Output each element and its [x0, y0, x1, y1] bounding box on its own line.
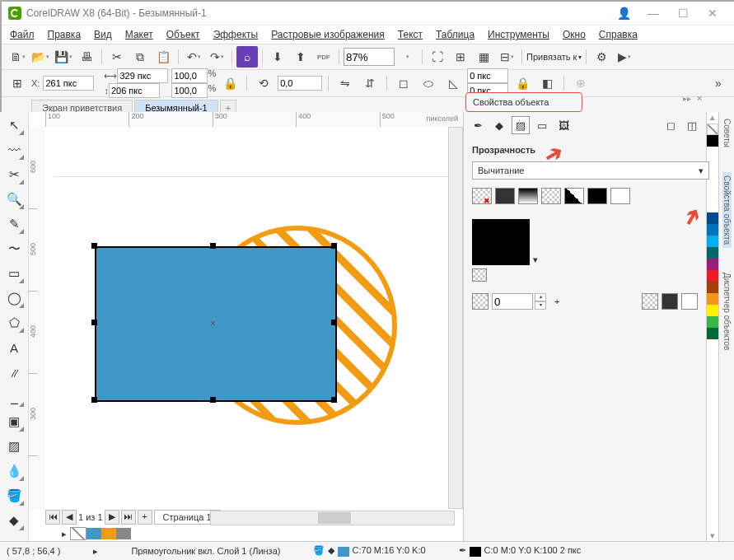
frame-tab[interactable]: ▭ — [533, 116, 551, 134]
page-next[interactable]: ▶ — [105, 510, 119, 525]
page-last[interactable]: ⏭ — [121, 510, 136, 525]
ellipse-tool[interactable]: ◯ — [4, 288, 24, 308]
snap-label[interactable]: Привязать к — [526, 52, 577, 62]
handle[interactable] — [331, 243, 337, 249]
docker-hints[interactable]: Советы — [722, 119, 732, 147]
merge-mode-select[interactable]: Вычитание▾ — [472, 161, 709, 180]
corner3-button[interactable]: ◺ — [442, 72, 464, 94]
trans-none[interactable]: ✖ — [472, 188, 492, 204]
trans-twocolor[interactable] — [587, 188, 607, 204]
origin-icon[interactable]: ⊞ — [7, 72, 28, 94]
color-swatch[interactable] — [707, 305, 718, 316]
scroll-mode[interactable]: ◫ — [683, 116, 701, 134]
freehand-tool[interactable]: ✎ — [4, 214, 24, 234]
trans-texture[interactable] — [610, 188, 630, 204]
cut-button[interactable]: ✂ — [106, 46, 128, 68]
docker-obj-manager[interactable]: Диспетчер объектов — [722, 273, 732, 350]
sx-input[interactable] — [171, 68, 208, 83]
zoom-tool[interactable]: 🔍 — [4, 189, 24, 209]
text-tool[interactable]: A — [4, 338, 24, 357]
x-input[interactable] — [43, 76, 94, 91]
options-button[interactable]: ⚙ — [591, 46, 612, 68]
fill-indicator[interactable]: 🪣 ◆C:70 M:16 Y:0 K:0 — [313, 545, 425, 556]
page-prev[interactable]: ◀ — [62, 510, 77, 525]
minimize-button[interactable]: — — [638, 5, 668, 21]
close-button[interactable]: ✕ — [698, 5, 727, 21]
trans-fountain[interactable] — [518, 188, 538, 204]
color-swatch[interactable] — [707, 316, 718, 328]
menu-effects[interactable]: Эффекты — [213, 29, 259, 40]
apply-fill[interactable] — [642, 293, 658, 310]
corner-a[interactable] — [467, 68, 508, 83]
palette-color[interactable] — [101, 528, 116, 539]
rulers-button[interactable]: ⊞ — [450, 46, 471, 68]
apply-outline[interactable] — [662, 293, 678, 310]
menu-bitmaps[interactable]: Растровые изображения — [271, 29, 385, 40]
docker-pin[interactable]: ▸▸ — [683, 94, 691, 103]
connector-tool[interactable]: ⎯ — [4, 387, 24, 407]
menu-edit[interactable]: Правка — [48, 29, 82, 40]
redo-button[interactable]: ↷▾ — [206, 46, 227, 68]
corner1-button[interactable]: ◻ — [393, 72, 414, 94]
rectangle-tool[interactable]: ▭ — [4, 264, 24, 283]
more-button[interactable]: » — [708, 72, 729, 94]
scrollbar-horizontal[interactable] — [210, 511, 455, 525]
no-color[interactable] — [707, 124, 718, 135]
palette-color[interactable] — [116, 528, 131, 539]
outline-tool[interactable]: ◆ — [4, 511, 24, 530]
color-swatch[interactable] — [707, 224, 718, 236]
shape-tool[interactable]: 〰 — [4, 140, 24, 160]
import-button[interactable]: ⬇ — [267, 46, 288, 68]
menu-object[interactable]: Объект — [166, 29, 200, 40]
maximize-button[interactable]: ☐ — [668, 5, 698, 21]
color-swatch[interactable] — [707, 236, 718, 247]
transparency-tab[interactable]: ▨ — [512, 116, 530, 134]
handle[interactable] — [91, 397, 97, 403]
fill-tab[interactable]: ◆ — [490, 116, 508, 134]
transparency-tool[interactable]: ▨ — [4, 436, 24, 456]
launch-button[interactable]: ▶▾ — [614, 46, 635, 68]
menu-file[interactable]: Файл — [10, 29, 35, 40]
palette-color[interactable] — [86, 528, 101, 539]
color-swatch[interactable] — [707, 328, 718, 339]
wrap-button[interactable]: ⊕ — [570, 72, 591, 94]
page-add[interactable]: + — [138, 510, 152, 525]
fill-tool[interactable]: 🪣 — [4, 486, 24, 506]
w-input[interactable] — [117, 68, 168, 83]
user-icon[interactable]: 👤 — [609, 5, 638, 21]
outline-tab[interactable]: ✒ — [469, 116, 487, 134]
new-button[interactable]: 🗎▾ — [7, 46, 28, 68]
picker-icon[interactable] — [472, 268, 487, 282]
color-swatch[interactable] — [707, 212, 718, 224]
palette-up[interactable]: ▴ — [707, 112, 718, 124]
search-button[interactable]: ⌕ — [236, 46, 258, 68]
menu-layout[interactable]: Макет — [125, 29, 153, 40]
polygon-tool[interactable]: ⬠ — [4, 313, 24, 333]
color-swatch[interactable] — [707, 259, 718, 270]
handle[interactable] — [91, 243, 97, 249]
guides-button[interactable]: ⊟▾ — [496, 46, 517, 68]
mirror-h-button[interactable]: ⇋ — [334, 72, 356, 94]
color-swatch[interactable] — [707, 270, 718, 282]
grid-button[interactable]: ▦ — [473, 46, 494, 68]
artistic-tool[interactable]: 〜 — [4, 239, 24, 259]
open-button[interactable]: 📂▾ — [30, 46, 51, 68]
bitmap-tab[interactable]: 🖼 — [554, 116, 573, 134]
menu-tools[interactable]: Инструменты — [488, 29, 549, 40]
docker-obj-props[interactable]: Свойства объекта — [722, 172, 732, 248]
transparency-preview[interactable] — [472, 219, 530, 265]
parallel-tool[interactable]: ⫽ — [4, 362, 24, 382]
palette-down[interactable]: ▾ — [707, 530, 718, 542]
rotate-input[interactable] — [278, 76, 322, 91]
canvas[interactable]: × — [45, 127, 463, 509]
trans-vector[interactable] — [541, 188, 561, 204]
trans-bitmap[interactable] — [564, 188, 584, 204]
color-swatch[interactable] — [707, 247, 718, 259]
eyedropper-tool[interactable]: 💧 — [4, 461, 24, 481]
handle[interactable] — [210, 243, 216, 249]
menu-text[interactable]: Текст — [398, 29, 423, 40]
color-swatch[interactable] — [707, 282, 718, 293]
save-button[interactable]: 💾▾ — [53, 46, 74, 68]
lock-corner-button[interactable]: 🔒 — [512, 72, 533, 94]
color-swatch[interactable] — [707, 135, 718, 147]
